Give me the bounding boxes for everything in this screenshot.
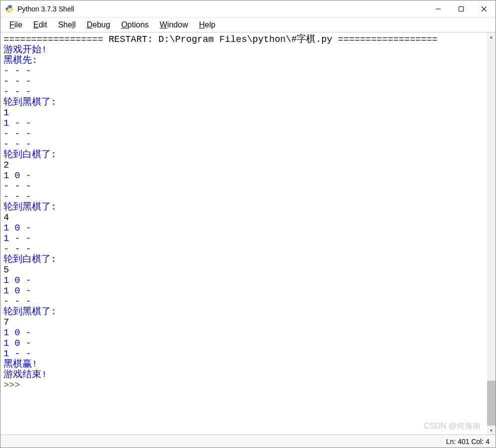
menu-window[interactable]: Window	[155, 18, 193, 31]
output-line: 1 0 -	[3, 338, 493, 349]
menu-shell[interactable]: Shell	[53, 18, 81, 31]
title-bar-left: Python 3.7.3 Shell	[0, 5, 427, 13]
menu-shell-rest: l	[74, 20, 76, 29]
menu-edit-rest: dit	[38, 20, 47, 29]
output-line: - - -	[3, 296, 493, 307]
output-line: - - -	[3, 87, 493, 97]
menu-options-rest: ptions	[128, 20, 149, 29]
window-controls	[427, 0, 496, 17]
output-line: - - -	[3, 129, 493, 139]
title-bar: Python 3.7.3 Shell	[0, 0, 496, 17]
output-line: 1 - -	[3, 349, 493, 359]
scroll-down-icon[interactable]: ▾	[487, 426, 496, 435]
menu-options[interactable]: Options	[116, 18, 154, 31]
menu-window-rest: indow	[167, 20, 188, 29]
output-line: 2	[3, 160, 493, 171]
menu-edit[interactable]: Edit	[28, 18, 52, 31]
menu-help-rest: elp	[205, 20, 215, 29]
output-line: 1	[3, 108, 493, 118]
status-bar: Ln: 401 Col: 4	[0, 435, 496, 448]
output-line: 轮到黑棋了:	[3, 307, 493, 317]
output-line: ================== RESTART: D:\Program F…	[3, 34, 493, 45]
output-line: 7	[3, 317, 493, 328]
output-line: 4	[3, 213, 493, 223]
content-wrap: ================== RESTART: D:\Program F…	[0, 32, 496, 435]
output-line: - - -	[3, 66, 493, 76]
python-icon	[5, 5, 13, 13]
output-line: 黑棋先:	[3, 55, 493, 66]
output-line: 1 0 -	[3, 286, 493, 296]
svg-rect-1	[459, 6, 464, 11]
window-title: Python 3.7.3 Shell	[17, 5, 74, 13]
output-line: 轮到黑棋了:	[3, 97, 493, 108]
output-line: 1 0 -	[3, 328, 493, 338]
scroll-thumb[interactable]	[487, 381, 496, 426]
output-line: 1 0 -	[3, 171, 493, 181]
menu-file-rest: ile	[14, 20, 22, 29]
menu-file[interactable]: File	[4, 18, 27, 31]
shell-output[interactable]: ================== RESTART: D:\Program F…	[0, 32, 496, 435]
output-line: 1 - -	[3, 233, 493, 244]
output-line: 游戏开始!	[3, 45, 493, 55]
output-line: 轮到白棋了:	[3, 254, 493, 265]
menu-help[interactable]: Help	[194, 18, 220, 31]
output-line: - - -	[3, 181, 493, 192]
output-line: - - -	[3, 244, 493, 254]
output-line: 轮到白棋了:	[3, 150, 493, 160]
minimize-button[interactable]	[427, 0, 450, 17]
output-line: 1 - -	[3, 118, 493, 129]
output-line: >>>	[3, 380, 493, 391]
output-line: 轮到黑棋了:	[3, 202, 493, 213]
output-line: 1 0 -	[3, 223, 493, 233]
output-line: - - -	[3, 192, 493, 202]
scroll-up-icon[interactable]: ▴	[487, 32, 496, 41]
output-line: 1 0 -	[3, 275, 493, 286]
cursor-position: Ln: 401 Col: 4	[446, 438, 490, 446]
menu-debug[interactable]: Debug	[82, 18, 115, 31]
output-line: - - -	[3, 76, 493, 87]
menu-debug-rest: ebug	[93, 20, 111, 29]
maximize-button[interactable]	[450, 0, 473, 17]
output-line: 5	[3, 265, 493, 275]
vertical-scrollbar[interactable]: ▴ ▾	[487, 32, 496, 435]
close-button[interactable]	[473, 0, 496, 17]
output-line: - - -	[3, 139, 493, 150]
output-line: 游戏结束!	[3, 370, 493, 380]
menu-bar: File Edit Shell Debug Options Window Hel…	[0, 17, 496, 32]
output-line: 黑棋赢!	[3, 359, 493, 370]
